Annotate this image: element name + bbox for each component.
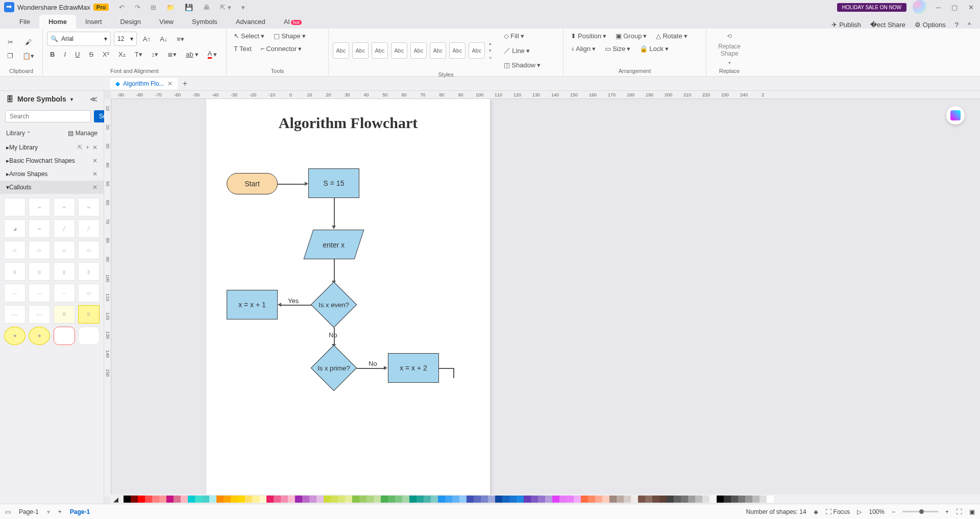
color-swatch[interactable] [438,496,445,503]
share-button[interactable]: �ect Share [870,21,905,29]
color-swatch[interactable] [274,496,281,503]
zoom-level[interactable]: 100% [869,508,885,515]
help-icon[interactable]: ? [955,21,959,29]
fc-data-enterx[interactable]: enter x [304,230,364,259]
shape-thumb[interactable]: — [29,284,50,302]
prev-page-icon[interactable]: ▾ [47,508,50,515]
color-swatch[interactable] [559,496,567,503]
color-swatch[interactable] [581,496,588,503]
font-size-select[interactable]: 12▾ [114,32,137,46]
color-swatch[interactable] [302,496,309,503]
color-swatch[interactable] [695,496,702,503]
color-swatch[interactable] [509,496,517,503]
group-button[interactable]: ▣ Group▾ [612,31,650,41]
shape-thumb[interactable]: ○ [54,284,75,302]
zoom-slider[interactable] [902,511,938,512]
color-swatch[interactable] [538,496,545,503]
color-swatch[interactable] [724,496,731,503]
menu-symbols[interactable]: Symbols [183,15,227,29]
style-swatch[interactable]: Abc [391,42,407,59]
color-swatch[interactable] [745,496,752,503]
collapse-ribbon-icon[interactable]: ^ [968,21,971,29]
color-swatch[interactable] [445,496,452,503]
gallery-more-icon[interactable]: ≡ [488,54,493,61]
color-swatch[interactable] [688,496,695,503]
shape-thumb[interactable]: ▭ [29,241,50,259]
shape-thumb[interactable]: ○— [29,305,50,324]
fc-diamond-even[interactable]: Is x even? [311,282,357,328]
bullets-icon[interactable]: ≣▾ [164,49,180,60]
rotate-button[interactable]: △ Rotate▾ [653,31,690,41]
style-swatch[interactable]: Abc [449,42,465,59]
close-section-icon[interactable]: ✕ [92,170,97,178]
color-swatch[interactable] [424,496,431,503]
zoom-in-icon[interactable]: + [945,508,949,515]
section-arrow-shapes[interactable]: ▸ Arrow Shapes✕ [0,167,104,181]
shape-thumb[interactable] [78,327,100,345]
color-swatch[interactable] [624,496,631,503]
shape-thumb[interactable] [54,327,75,345]
shape-thumb[interactable]: ═ [78,198,100,216]
holiday-banner[interactable]: HOLIDAY SALE ON NOW [837,3,906,12]
color-swatch[interactable] [681,496,688,503]
shape-thumb[interactable]: ╱ [78,219,100,238]
connector-tool[interactable]: ⌐ Connector ▾ [258,43,305,54]
underline-icon[interactable]: U [72,49,83,60]
color-swatch[interactable] [266,496,274,503]
spacing-icon[interactable]: ↕▾ [149,49,162,60]
position-button[interactable]: ⬍ Position▾ [568,31,609,41]
strike-icon[interactable]: S [86,49,96,60]
shape-thumb[interactable]: {} [4,262,26,281]
color-swatch[interactable] [638,496,645,503]
color-swatch[interactable] [388,496,395,503]
user-avatar[interactable] [913,0,927,14]
color-swatch[interactable] [324,496,331,503]
color-swatch[interactable] [702,496,709,503]
color-swatch[interactable] [259,496,266,503]
presentation-icon[interactable]: ▷ [857,508,862,515]
paste-icon[interactable]: 📋▾ [19,51,37,61]
shape-thumb[interactable]: ✹ [29,327,50,345]
section-callouts[interactable]: ▾ Callouts✕ [0,181,104,194]
fc-process-xplus1[interactable]: x = x + 1 [227,290,278,319]
color-swatch[interactable] [652,496,659,503]
select-tool[interactable]: ↖ Select ▾ [231,31,267,41]
fill-dropper-icon[interactable]: ◢ [113,496,120,503]
color-swatch[interactable] [281,496,288,503]
align-button[interactable]: ⫞ Align▾ [568,43,599,54]
color-swatch[interactable] [645,496,652,503]
gallery-up-icon[interactable]: ▴ [488,40,493,47]
color-swatch[interactable] [195,496,202,503]
color-swatch[interactable] [531,496,538,503]
lock-button[interactable]: 🔒 Lock▾ [636,43,671,54]
print-icon[interactable]: 🖶 [203,4,210,11]
shape-thumb[interactable]: ═ [29,198,50,216]
color-swatch[interactable] [760,496,767,503]
color-swatch[interactable] [159,496,166,503]
align-menu-icon[interactable]: ≡▾ [174,34,187,44]
color-swatch[interactable] [545,496,552,503]
color-swatch[interactable] [495,496,502,503]
shape-thumb[interactable]: [] [54,262,75,281]
color-swatch[interactable] [617,496,624,503]
color-swatch[interactable] [595,496,602,503]
collapse-panel-icon[interactable]: ≪ [90,95,97,103]
color-swatch[interactable] [374,496,381,503]
color-swatch[interactable] [238,496,245,503]
color-swatch[interactable] [752,496,760,503]
style-swatch[interactable]: Abc [372,42,388,59]
color-swatch[interactable] [366,496,374,503]
text-tool[interactable]: T Text [231,43,255,54]
color-swatch[interactable] [216,496,224,503]
color-swatch[interactable] [474,496,481,503]
cut-icon[interactable]: ✂ [5,37,16,47]
focus-button[interactable]: ⛶ Focus [825,508,850,515]
style-swatch[interactable]: Abc [352,42,369,59]
page-tab[interactable]: Page-1 [70,508,90,515]
color-swatch[interactable] [352,496,359,503]
more-symbols-label[interactable]: More Symbols [17,95,66,103]
shape-thumb[interactable]: ═ [29,219,50,238]
decrease-font-icon[interactable]: A↓ [157,34,170,44]
color-swatch[interactable] [245,496,252,503]
page-indicator[interactable]: Page-1 [19,508,39,515]
